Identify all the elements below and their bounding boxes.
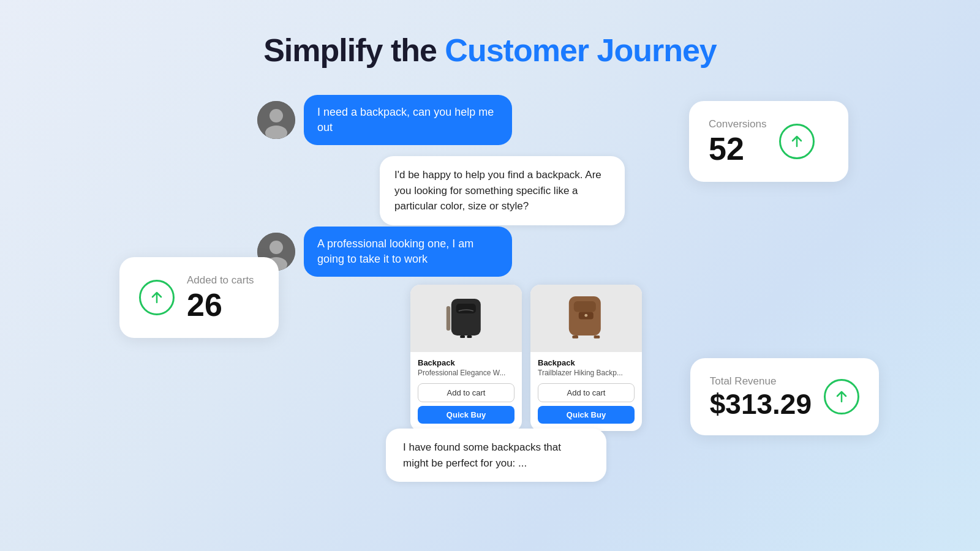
revenue-value: $313.29	[710, 390, 812, 418]
carts-card: Added to carts 26	[119, 257, 279, 338]
bottom-bot-message: I have found some backpacks that might b…	[386, 429, 606, 482]
svg-rect-9	[467, 335, 472, 338]
bot-message-1: I'd be happy to help you find a backpack…	[257, 156, 637, 225]
title-prefix: Simplify the	[263, 32, 445, 68]
chat-area: I need a backpack, can you help me out I…	[257, 95, 637, 236]
svg-point-4	[270, 241, 283, 254]
avatar-1	[257, 101, 295, 139]
product-card-1: Backpack Professional Elegance W... Add …	[410, 285, 522, 431]
quick-buy-btn-1[interactable]: Quick Buy	[418, 406, 514, 424]
product-image-2	[530, 285, 642, 352]
add-to-cart-btn-2[interactable]: Add to cart	[538, 383, 635, 402]
carts-label: Added to carts	[187, 274, 254, 287]
revenue-text: Total Revenue $313.29	[710, 375, 812, 418]
conversions-label: Conversions	[709, 118, 767, 130]
svg-rect-12	[574, 301, 596, 312]
page-title: Simplify the Customer Journey	[0, 0, 980, 69]
svg-rect-10	[447, 306, 450, 331]
carts-text: Added to carts 26	[187, 274, 254, 321]
bot-message-2-text: I have found some backpacks that might b…	[403, 441, 561, 469]
product-type-2: Backpack	[538, 358, 635, 367]
user-bubble-2: A professional looking one, I am going t…	[304, 227, 512, 277]
conversions-card: Conversions 52	[689, 101, 848, 182]
product-name-2: Trailblazer Hiking Backp...	[538, 369, 635, 377]
svg-rect-7	[456, 304, 476, 313]
user-message-1: I need a backpack, can you help me out	[257, 95, 637, 145]
products-row: Backpack Professional Elegance W... Add …	[410, 285, 642, 431]
bot-bubble-1: I'd be happy to help you find a backpack…	[380, 156, 625, 225]
conversions-value: 52	[709, 133, 767, 165]
product-info-1: Backpack Professional Elegance W... Add …	[410, 352, 522, 431]
user-message-2: A professional looking one, I am going t…	[257, 227, 512, 277]
product-type-1: Backpack	[418, 358, 514, 367]
title-highlight: Customer Journey	[445, 32, 716, 68]
add-to-cart-btn-1[interactable]: Add to cart	[418, 383, 514, 402]
quick-buy-btn-2[interactable]: Quick Buy	[538, 406, 635, 424]
products-area: Backpack Professional Elegance W... Add …	[361, 279, 642, 431]
svg-rect-16	[594, 335, 600, 339]
product-image-1	[410, 285, 522, 352]
svg-rect-8	[460, 335, 465, 338]
svg-point-14	[585, 314, 588, 317]
product-card-2: Backpack Trailblazer Hiking Backp... Add…	[530, 285, 642, 431]
product-name-1: Professional Elegance W...	[418, 369, 514, 377]
revenue-arrow	[824, 379, 859, 414]
product-info-2: Backpack Trailblazer Hiking Backp... Add…	[530, 352, 642, 431]
svg-point-1	[270, 109, 283, 122]
revenue-card: Total Revenue $313.29	[690, 358, 879, 435]
svg-rect-15	[573, 335, 579, 339]
revenue-label: Total Revenue	[710, 375, 812, 388]
carts-arrow	[139, 280, 175, 315]
user-bubble-1: I need a backpack, can you help me out	[304, 95, 512, 145]
conversions-text: Conversions 52	[709, 118, 767, 165]
carts-value: 26	[187, 289, 254, 321]
conversions-arrow	[779, 124, 815, 159]
